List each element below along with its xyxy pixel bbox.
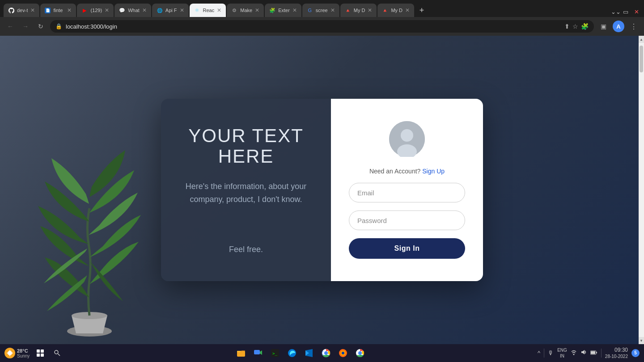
share-icon[interactable]: ⬆ bbox=[564, 23, 570, 30]
address-bar[interactable]: 🔒 localhost:3000/login ⬆ ☆ 🧩 bbox=[50, 20, 594, 33]
battery-icon[interactable] bbox=[590, 349, 597, 356]
drive2-favicon: 🔺 bbox=[382, 7, 388, 13]
weather-condition: Sunny bbox=[17, 354, 30, 358]
weather-info: 28°C Sunny bbox=[17, 348, 30, 358]
tab-3-close[interactable]: ✕ bbox=[105, 7, 109, 13]
login-card: YOUR TEXT HERE Here's the information, a… bbox=[161, 99, 483, 281]
password-input[interactable] bbox=[349, 210, 465, 230]
taskbar-clock: 09:30 28-10-2022 bbox=[605, 346, 628, 360]
svg-point-26 bbox=[359, 352, 361, 354]
svg-line-11 bbox=[58, 354, 60, 356]
tab-drive2[interactable]: 🔺 My D ✕ bbox=[377, 4, 414, 17]
bookmark-icon[interactable]: ☆ bbox=[572, 23, 578, 30]
weather-icon bbox=[4, 348, 15, 358]
tab-9-close[interactable]: ✕ bbox=[330, 7, 335, 13]
weather-widget: 28°C Sunny bbox=[4, 348, 30, 358]
email-input[interactable] bbox=[349, 183, 465, 202]
tab-1-close[interactable]: ✕ bbox=[30, 7, 35, 13]
window-controls: ⌄⌄ ▭ ✕ bbox=[611, 8, 640, 17]
sign-in-button[interactable]: Sign In bbox=[349, 238, 465, 259]
chrome2-taskbar-icon[interactable] bbox=[353, 346, 367, 360]
svg-rect-14 bbox=[254, 350, 260, 354]
new-tab-button[interactable]: + bbox=[415, 4, 428, 17]
page-content: YOUR TEXT HERE Here's the information, a… bbox=[0, 36, 644, 344]
scrollbar-down[interactable]: ▼ bbox=[639, 337, 644, 344]
whatsapp-favicon: 💬 bbox=[119, 7, 125, 13]
scrollbar[interactable]: ▲ ▼ bbox=[639, 36, 644, 344]
tab-react[interactable]: ⚛ Reac ✕ bbox=[190, 4, 226, 17]
browser-profile[interactable]: A bbox=[613, 21, 624, 32]
tab-whatsapp[interactable]: 💬 What ✕ bbox=[114, 4, 151, 17]
account-prompt: Need an Account? Sign Up bbox=[369, 168, 445, 175]
tab-3-title: (129) bbox=[90, 8, 102, 13]
chevron-up-icon[interactable]: ^ bbox=[538, 349, 540, 356]
tab-4-close[interactable]: ✕ bbox=[142, 7, 147, 13]
avatar bbox=[389, 121, 425, 157]
main-heading: YOUR TEXT HERE bbox=[179, 126, 313, 167]
terminal-icon[interactable]: >_ bbox=[268, 346, 282, 360]
svg-point-3 bbox=[401, 129, 413, 142]
tab-8-favicon: 🧩 bbox=[269, 7, 275, 13]
tab-11-close[interactable]: ✕ bbox=[405, 7, 410, 13]
google-favicon: G bbox=[307, 7, 313, 13]
meet-icon[interactable] bbox=[251, 346, 265, 360]
tab-github[interactable]: dev-t ✕ bbox=[4, 4, 39, 17]
tab-2[interactable]: 📄 finte ✕ bbox=[40, 4, 76, 17]
close-button[interactable]: ✕ bbox=[632, 8, 640, 15]
tab-10-close[interactable]: ✕ bbox=[368, 7, 372, 13]
sidebar-toggle[interactable]: ▣ bbox=[597, 21, 609, 32]
tab-7[interactable]: ⚙ Make ✕ bbox=[227, 4, 264, 17]
tab-7-favicon: ⚙ bbox=[231, 7, 237, 13]
sub-text: Here's the information, about your compa… bbox=[179, 180, 313, 206]
tab-5-title: Api F bbox=[165, 8, 177, 13]
tab-youtube[interactable]: ▶ (129) ✕ bbox=[77, 4, 114, 17]
restore-button[interactable]: ▭ bbox=[622, 8, 630, 15]
tab-bar: dev-t ✕ 📄 finte ✕ ▶ (129) ✕ 💬 What ✕ 🌐 A… bbox=[0, 0, 644, 17]
clock-time: 09:30 bbox=[605, 346, 628, 354]
tab-7-close[interactable]: ✕ bbox=[255, 7, 259, 13]
tab-2-favicon: 📄 bbox=[45, 8, 51, 13]
github-favicon bbox=[8, 7, 14, 13]
windows-logo bbox=[37, 349, 44, 357]
tab-5-close[interactable]: ✕ bbox=[180, 7, 184, 13]
tab-2-close[interactable]: ✕ bbox=[67, 7, 72, 13]
svg-rect-30 bbox=[596, 352, 597, 354]
scrollbar-up[interactable]: ▲ bbox=[639, 36, 644, 43]
chrome-taskbar-icon[interactable] bbox=[319, 346, 333, 360]
tab-8-close[interactable]: ✕ bbox=[292, 7, 297, 13]
tab-drive1[interactable]: 🔺 My D ✕ bbox=[340, 4, 377, 17]
volume-icon[interactable] bbox=[580, 349, 587, 357]
url-display: localhost:3000/login bbox=[66, 23, 561, 30]
tab-9-title: scree bbox=[316, 8, 328, 13]
start-button[interactable] bbox=[33, 346, 47, 360]
tab-8[interactable]: 🧩 Exter ✕ bbox=[265, 4, 301, 17]
firefox-icon[interactable] bbox=[336, 346, 350, 360]
reload-button[interactable]: ↻ bbox=[35, 21, 47, 32]
tab-2-title: finte bbox=[53, 8, 64, 13]
mic-icon[interactable]: 🎙 bbox=[548, 349, 554, 356]
need-account-text: Need an Account? bbox=[369, 168, 420, 175]
tab-google[interactable]: G scree ✕ bbox=[302, 4, 339, 17]
plant-decoration bbox=[18, 128, 161, 344]
vscode-icon[interactable] bbox=[302, 346, 316, 360]
extensions-icon[interactable]: 🧩 bbox=[581, 23, 589, 30]
minimize-button[interactable]: ⌄⌄ bbox=[611, 8, 619, 15]
tab-6-title: Reac bbox=[203, 8, 215, 13]
forward-button[interactable]: → bbox=[20, 21, 31, 32]
file-explorer-icon[interactable] bbox=[234, 346, 248, 360]
back-button[interactable]: ← bbox=[4, 21, 16, 32]
scrollbar-thumb[interactable] bbox=[640, 46, 643, 72]
svg-point-10 bbox=[55, 350, 58, 354]
menu-button[interactable]: ⋮ bbox=[628, 21, 640, 32]
search-taskbar-button[interactable] bbox=[51, 346, 64, 360]
wifi-icon[interactable] bbox=[571, 349, 577, 357]
tab-api[interactable]: 🌐 Api F ✕ bbox=[152, 4, 189, 17]
svg-rect-29 bbox=[591, 351, 595, 354]
notification-badge[interactable]: 5 bbox=[631, 349, 640, 357]
tab-6-close[interactable]: ✕ bbox=[217, 7, 221, 13]
svg-point-23 bbox=[342, 352, 344, 354]
bottom-text: Feel free. bbox=[229, 245, 263, 254]
sign-up-link[interactable]: Sign Up bbox=[422, 168, 445, 175]
tab-10-title: My D bbox=[354, 8, 365, 13]
edge-icon[interactable] bbox=[285, 346, 299, 360]
